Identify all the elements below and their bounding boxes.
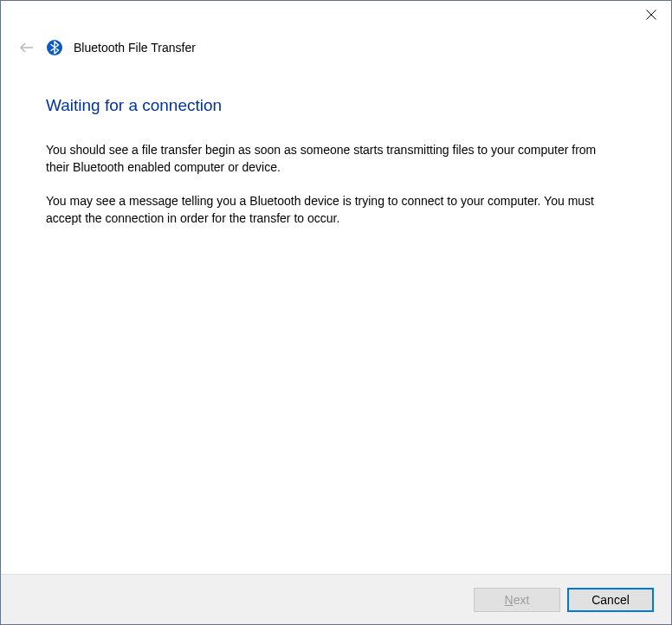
content-area: Waiting for a connection You should see …: [1, 63, 671, 574]
close-icon: [646, 10, 656, 20]
wizard-footer: Next Cancel: [1, 574, 671, 624]
header-row: Bluetooth File Transfer: [1, 32, 671, 63]
back-arrow-icon: [18, 39, 36, 56]
bluetooth-icon: [46, 39, 63, 56]
back-button: [18, 39, 36, 56]
close-button[interactable]: [631, 1, 671, 29]
page-heading: Waiting for a connection: [46, 96, 626, 115]
wizard-window: Bluetooth File Transfer Waiting for a co…: [0, 0, 672, 625]
next-button: Next: [474, 588, 560, 612]
titlebar: [1, 1, 671, 32]
wizard-title: Bluetooth File Transfer: [74, 41, 196, 55]
instruction-text-2: You may see a message telling you a Blue…: [46, 192, 600, 228]
instruction-text-1: You should see a file transfer begin as …: [46, 141, 600, 177]
cancel-button[interactable]: Cancel: [567, 588, 654, 612]
